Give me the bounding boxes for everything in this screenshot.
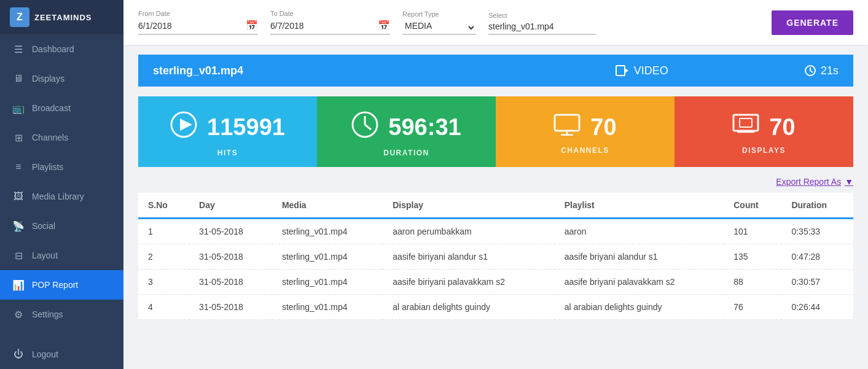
media-header: sterling_v01.mp4 VIDEO 21s [138,55,853,87]
cell-day: 31-05-2018 [189,295,272,320]
cell-display: aasife biriyani palavakkam s2 [383,270,555,295]
cell-playlist: aaron [555,219,724,244]
cell-count: 88 [724,270,781,295]
duration-icon [351,111,378,144]
channels-value: 70 [590,114,616,141]
cell-duration: 0:30:57 [781,270,853,295]
select-label: Select [488,12,596,19]
from-date-group: From Date 📅 [138,10,258,35]
dashboard-icon: ☰ [12,43,25,55]
settings-icon: ⚙ [12,308,25,320]
sidebar-item-channels[interactable]: ⊞ Channels [0,123,123,152]
from-date-calendar-icon[interactable]: 📅 [246,20,258,31]
sidebar-label-layout: Layout [32,251,58,260]
logout-icon: ⏻ [12,348,25,360]
cell-count: 135 [724,244,781,270]
cell-count: 76 [724,295,781,320]
report-type-select[interactable]: MEDIA DISPLAY PLAYLIST [402,20,476,35]
sidebar-item-social[interactable]: 📡 Social [0,211,123,241]
to-date-label: To Date [270,10,390,17]
cell-media: sterling_v01.mp4 [272,219,383,244]
sidebar-item-dashboard[interactable]: ☰ Dashboard [0,34,123,64]
table-row: 231-05-2018sterling_v01.mp4aasife biriya… [138,244,853,270]
sidebar-nav: ☰ Dashboard 🖥 Displays 📺 Broadcast ⊞ Cha… [0,34,123,340]
sidebar-item-settings[interactable]: ⚙ Settings [0,300,123,329]
to-date-group: To Date 📅 [270,10,390,35]
sidebar-label-settings: Settings [32,309,63,319]
sidebar-item-playlists[interactable]: ≡ Playlists [0,152,123,182]
social-icon: 📡 [12,220,25,232]
stat-card-channels: 70 CHANNELS [496,96,674,167]
to-date-input[interactable] [270,21,378,31]
report-type-group: Report Type MEDIA DISPLAY PLAYLIST [402,10,476,35]
sidebar-item-broadcast[interactable]: 📺 Broadcast [0,93,123,123]
duration-label: DURATION [383,149,429,157]
col-display: Display [383,193,555,219]
duration-value: 596:31 [388,114,461,141]
cell-sno: 2 [138,244,189,270]
displays-icon: 🖥 [12,72,25,85]
cell-day: 31-05-2018 [189,244,272,270]
hits-value: 115991 [207,114,285,141]
cell-media: sterling_v01.mp4 [272,244,383,270]
sidebar-item-pop-report[interactable]: 📊 POP Report [0,270,123,300]
select-input[interactable] [488,21,596,35]
cell-media: sterling_v01.mp4 [272,295,383,320]
generate-button[interactable]: GENERATE [772,10,853,35]
cell-duration: 0:47:28 [781,244,853,270]
from-date-input[interactable] [138,21,246,31]
col-duration: Duration [781,193,853,219]
displays-label: DISPLAYS [742,146,786,155]
video-icon [616,65,629,76]
sidebar-label-social: Social [32,221,55,231]
hits-label: HITS [217,149,238,157]
svg-marker-1 [625,68,628,73]
sidebar: Z ZEETAMINDS ☰ Dashboard 🖥 Displays 📺 Br… [0,0,123,369]
export-row: Export Report As ▼ [138,177,853,187]
content-area: sterling_v01.mp4 VIDEO 21s 115991 HITS [123,45,868,369]
from-date-input-wrap: 📅 [138,20,258,35]
table-header-row: S.No Day Media Display Playlist Count Du… [138,193,853,219]
stat-card-duration: 596:31 DURATION [317,96,496,167]
hits-icon [170,111,197,144]
col-day: Day [189,193,272,219]
export-button[interactable]: Export Report As ▼ [776,177,853,187]
export-label: Export Report As [776,177,841,187]
to-date-input-wrap: 📅 [270,20,390,35]
col-count: Count [724,193,781,219]
pop-report-icon: 📊 [12,279,25,291]
sidebar-logo: Z ZEETAMINDS [0,0,123,34]
channels-icon [553,114,581,141]
sidebar-label-playlists: Playlists [32,162,63,172]
stat-card-hits: 115991 HITS [138,96,317,167]
media-library-icon: 🖼 [12,190,25,203]
sidebar-label-dashboard: Dashboard [32,44,74,54]
displays-icon [732,114,759,141]
sidebar-item-displays[interactable]: 🖥 Displays [0,64,123,93]
svg-rect-0 [616,66,625,76]
sidebar-item-logout[interactable]: ⏻ Logout [0,340,123,369]
main-content: From Date 📅 To Date 📅 Report Type MEDIA … [123,0,868,369]
cell-playlist: al arabian delights guindy [555,295,724,320]
svg-line-9 [365,125,371,130]
cell-display: aaron perumbakkam [383,219,555,244]
media-header-type: VIDEO [479,64,804,77]
stat-card-displays: 70 DISPLAYS [674,96,853,167]
sidebar-label-displays: Displays [32,74,65,84]
sidebar-item-layout[interactable]: ⊟ Layout [0,241,123,270]
svg-rect-13 [733,115,758,131]
cell-duration: 0:26:44 [781,295,853,320]
cell-sno: 1 [138,219,189,244]
sidebar-label-broadcast: Broadcast [32,103,71,113]
to-date-calendar-icon[interactable]: 📅 [378,20,390,31]
sidebar-item-media-library[interactable]: 🖼 Media Library [0,182,123,211]
sidebar-label-channels: Channels [32,133,68,142]
media-header-name: sterling_v01.mp4 [153,64,479,77]
svg-line-4 [810,71,813,72]
playlists-icon: ≡ [12,161,25,173]
from-date-label: From Date [138,10,258,17]
logo-icon: Z [10,7,29,27]
cell-day: 31-05-2018 [189,270,272,295]
cell-media: sterling_v01.mp4 [272,270,383,295]
filter-bar: From Date 📅 To Date 📅 Report Type MEDIA … [123,0,868,45]
